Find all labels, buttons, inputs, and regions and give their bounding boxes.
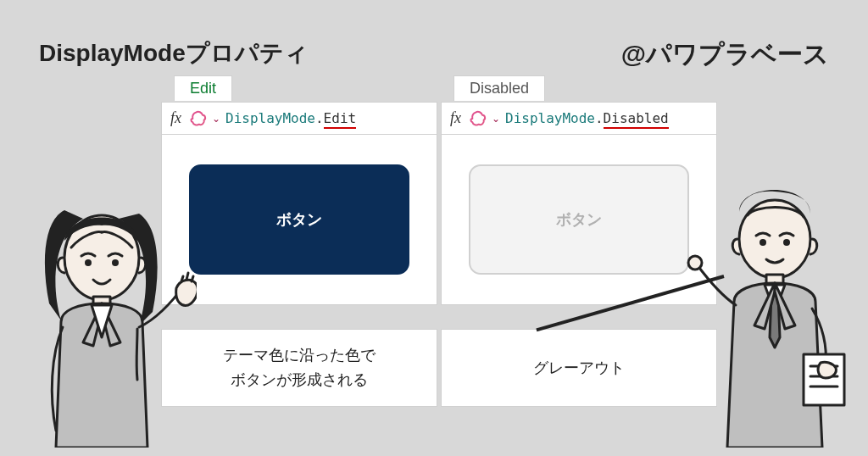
copilot-icon	[470, 110, 487, 127]
caption-edit: テーマ色に沿った色で ボタンが形成される	[161, 329, 437, 407]
button-preview-area-edit: ボタン	[162, 135, 437, 304]
formula-text-disabled: DisplayMode.Disabled	[505, 110, 669, 126]
svg-point-5	[760, 239, 766, 246]
svg-point-6	[783, 239, 790, 246]
panels-row: Edit fx ⌄ Displa	[161, 102, 717, 305]
formula-object: DisplayMode	[505, 110, 595, 126]
formula-bar-disabled: fx ⌄ DisplayMode.Disabled	[442, 103, 716, 135]
button-preview-area-disabled: ボタン	[442, 135, 716, 304]
underline-red	[324, 127, 357, 129]
formula-bar-edit: fx ⌄ DisplayMode.Edit	[162, 103, 437, 135]
button-enabled[interactable]: ボタン	[189, 164, 409, 275]
tab-disabled: Disabled	[453, 75, 545, 101]
chevron-down-icon: ⌄	[212, 113, 220, 125]
illustration-woman	[10, 176, 197, 448]
illustration-man	[676, 159, 863, 448]
copilot-icon	[190, 110, 207, 127]
formula-member: Edit	[324, 110, 357, 126]
button-disabled: ボタン	[469, 164, 689, 275]
svg-point-8	[688, 256, 702, 270]
account-handle: @パワプラベース	[621, 37, 829, 72]
formula-member: Disabled	[604, 110, 669, 126]
tab-edit: Edit	[174, 75, 232, 101]
page-title: DisplayModeプロパティ	[39, 37, 309, 70]
svg-point-1	[85, 259, 92, 266]
underline-red	[604, 127, 669, 129]
fx-icon: fx	[447, 109, 465, 127]
panel-edit: Edit fx ⌄ Displa	[161, 102, 437, 305]
fx-icon: fx	[167, 109, 185, 127]
formula-object: DisplayMode	[225, 110, 315, 126]
svg-point-2	[112, 259, 119, 266]
button-label: ボタン	[276, 209, 322, 230]
captions-row: テーマ色に沿った色で ボタンが形成される グレーアウト	[161, 329, 717, 407]
chevron-down-icon: ⌄	[492, 113, 500, 125]
button-label: ボタン	[556, 209, 602, 230]
formula-text-edit: DisplayMode.Edit	[225, 110, 356, 126]
